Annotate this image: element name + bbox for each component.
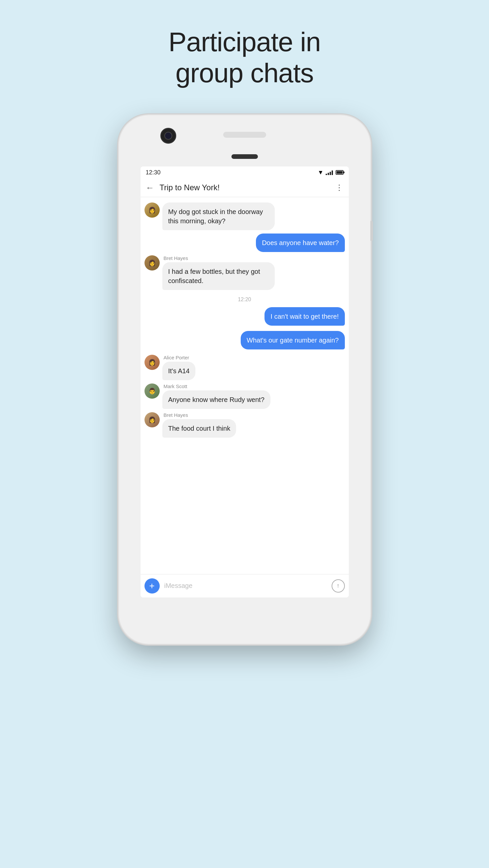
message-row: 👩 Bret Hayes The food court I think: [144, 412, 345, 438]
sender-name: Bret Hayes: [164, 412, 236, 418]
phone-screen: 12:30 ▼ ← Trip to New York! ⋮: [141, 166, 349, 597]
phone-camera: [160, 128, 176, 144]
phone-speaker: [223, 132, 266, 138]
input-bar: + iMessage ↑: [141, 574, 349, 597]
message-with-name: Bret Hayes The food court I think: [162, 412, 236, 438]
message-with-name: Alice Porter It's A14: [162, 355, 196, 380]
avatar: 👩: [144, 255, 160, 271]
more-options-button[interactable]: ⋮: [335, 183, 344, 192]
message-row: 👩 Bret Hayes I had a few bottles, but th…: [144, 255, 345, 290]
sender-name: Bret Hayes: [164, 255, 275, 261]
status-icons: ▼: [318, 169, 344, 176]
message-bubble: Anyone know where Rudy went?: [162, 391, 270, 409]
message-row: 👩 Alice Porter It's A14: [144, 355, 345, 380]
status-time: 12:30: [146, 169, 161, 176]
send-icon: ↑: [337, 582, 340, 589]
avatar: 👩: [144, 203, 160, 218]
message-row: What's our gate number again?: [144, 331, 345, 349]
message-bubble: Does anyone have water?: [256, 234, 345, 252]
avatar: 👨: [144, 383, 160, 399]
page-title: Participate in group chats: [168, 26, 320, 89]
message-input[interactable]: iMessage: [163, 582, 328, 590]
message-row: 👩 My dog got stuck in the doorway this m…: [144, 203, 345, 230]
avatar: 👩: [144, 355, 160, 370]
avatar: 👩: [144, 412, 160, 427]
phone-power-button: [370, 221, 373, 241]
back-button[interactable]: ←: [146, 183, 154, 193]
message-with-name: Mark Scott Anyone know where Rudy went?: [162, 383, 270, 409]
message-bubble: I had a few bottles, but they got confis…: [162, 262, 275, 290]
signal-icon: [326, 170, 333, 175]
message-bubble: It's A14: [162, 362, 196, 380]
message-row: I can't wait to get there!: [144, 307, 345, 326]
plus-icon: +: [149, 581, 154, 591]
chat-title: Trip to New York!: [160, 183, 335, 192]
phone-earpiece: [231, 154, 258, 159]
message-bubble: The food court I think: [162, 419, 236, 438]
sender-name: Mark Scott: [164, 383, 270, 389]
status-bar: 12:30 ▼: [141, 166, 349, 179]
message-row: 👨 Mark Scott Anyone know where Rudy went…: [144, 383, 345, 409]
messages-area: 👩 My dog got stuck in the doorway this m…: [141, 197, 349, 574]
send-button[interactable]: ↑: [332, 579, 345, 593]
message-bubble: I can't wait to get there!: [264, 307, 345, 326]
message-row: Does anyone have water?: [144, 234, 345, 252]
phone-mockup: 12:30 ▼ ← Trip to New York! ⋮: [119, 115, 370, 644]
compose-button[interactable]: +: [144, 578, 160, 593]
timestamp: 12:20: [144, 297, 345, 303]
message-with-name: Bret Hayes I had a few bottles, but they…: [162, 255, 275, 290]
wifi-icon: ▼: [318, 169, 324, 176]
battery-icon: [336, 170, 344, 175]
sender-name: Alice Porter: [164, 355, 196, 360]
app-header: ← Trip to New York! ⋮: [141, 179, 349, 197]
message-bubble: What's our gate number again?: [241, 331, 345, 349]
message-bubble: My dog got stuck in the doorway this mor…: [162, 203, 275, 230]
